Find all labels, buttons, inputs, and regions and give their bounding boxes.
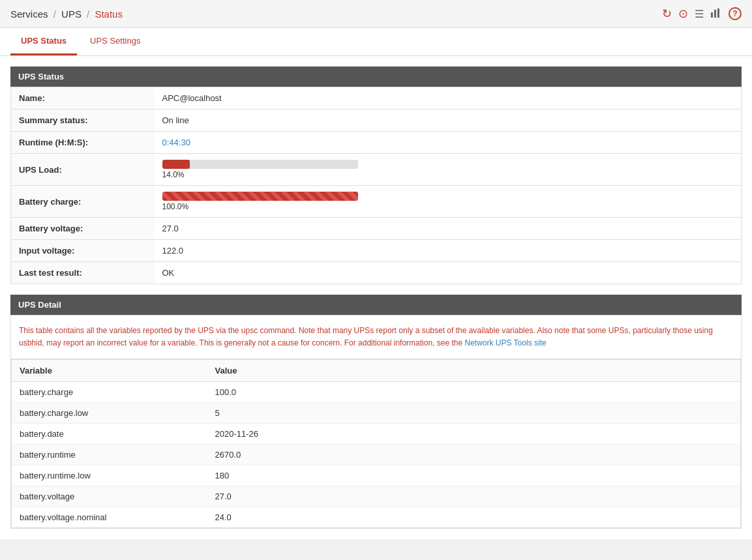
breadcrumb-sep1: / xyxy=(53,8,56,20)
table-row: Battery voltage: 27.0 xyxy=(11,218,742,240)
load-label: 14.0% xyxy=(162,170,358,179)
table-row: Battery charge: 100.0% xyxy=(11,186,742,218)
network-ups-tools-link[interactable]: Network UPS Tools site xyxy=(464,338,546,347)
settings-icon[interactable]: ☰ xyxy=(695,8,704,20)
detail-variable: battery.voltage xyxy=(12,486,207,507)
detail-value: 2670.0 xyxy=(207,445,741,465)
detail-value: 2020-11-26 xyxy=(207,424,741,445)
breadcrumb-ups: UPS xyxy=(61,8,82,20)
table-row: UPS Load: 14.0% xyxy=(11,154,742,186)
svg-rect-0 xyxy=(711,12,713,18)
load-progress: 14.0% xyxy=(162,160,358,179)
value-summary: On line xyxy=(155,110,742,132)
ups-detail-header: UPS Detail xyxy=(10,295,742,315)
detail-value: 100.0 xyxy=(207,382,741,403)
value-runtime: 0:44:30 xyxy=(155,132,742,154)
detail-variable: battery.charge.low xyxy=(12,403,207,424)
label-input-voltage: Input voltage: xyxy=(11,240,155,262)
list-item: battery.voltage27.0 xyxy=(12,486,741,507)
tab-ups-settings[interactable]: UPS Settings xyxy=(80,28,151,55)
table-row: Name: APC@localhost xyxy=(11,87,742,110)
label-load: UPS Load: xyxy=(11,154,155,186)
detail-value: 5 xyxy=(207,403,741,424)
list-item: battery.charge100.0 xyxy=(12,382,741,403)
detail-value: 180 xyxy=(207,465,741,486)
detail-variable: battery.runtime.low xyxy=(12,465,207,486)
breadcrumb-status: Status xyxy=(95,8,123,20)
detail-note: This table contains all the variables re… xyxy=(11,316,741,359)
breadcrumb: Services / UPS / Status xyxy=(10,8,123,20)
label-test-result: Last test result: xyxy=(11,262,155,284)
table-row: Runtime (H:M:S): 0:44:30 xyxy=(11,132,742,154)
breadcrumb-sep2: / xyxy=(87,8,89,20)
svg-rect-1 xyxy=(714,10,716,18)
label-runtime: Runtime (H:M:S): xyxy=(11,132,155,154)
label-summary: Summary status: xyxy=(11,110,155,132)
detail-variable: battery.voltage.nominal xyxy=(12,507,207,528)
table-row: Input voltage: 122.0 xyxy=(11,240,742,262)
label-battery-charge: Battery charge: xyxy=(11,186,155,218)
battery-progress: 100.0% xyxy=(162,192,358,211)
list-item: battery.date2020-11-26 xyxy=(12,424,741,445)
detail-value: 24.0 xyxy=(207,507,741,528)
value-test-result: OK xyxy=(155,262,742,284)
main-content: UPS Status Name: APC@localhost Summary s… xyxy=(0,56,752,539)
value-battery-voltage: 27.0 xyxy=(155,218,742,240)
list-item: battery.runtime.low180 xyxy=(12,465,741,486)
detail-variable: battery.runtime xyxy=(12,445,207,465)
list-item: battery.voltage.nominal24.0 xyxy=(12,507,741,528)
page-header: Services / UPS / Status ↻ ⊙ ☰ ? xyxy=(0,0,752,28)
load-bar-track xyxy=(162,160,358,169)
battery-bar-fill xyxy=(162,192,358,201)
breadcrumb-services: Services xyxy=(10,8,48,20)
detail-table: Variable Value battery.charge100.0batter… xyxy=(11,359,741,528)
value-battery-charge: 100.0% xyxy=(155,186,742,218)
detail-table-header: Variable Value xyxy=(12,360,741,382)
tab-ups-status[interactable]: UPS Status xyxy=(10,28,77,55)
refresh-icon[interactable]: ↻ xyxy=(662,7,672,21)
ups-status-header: UPS Status xyxy=(10,66,742,87)
table-row: Last test result: OK xyxy=(11,262,742,284)
load-bar-fill xyxy=(162,160,190,169)
battery-label: 100.0% xyxy=(162,202,358,211)
col-variable: Variable xyxy=(12,360,207,382)
detail-variable: battery.date xyxy=(12,424,207,445)
col-value: Value xyxy=(207,360,741,382)
label-name: Name: xyxy=(11,87,155,110)
value-name: APC@localhost xyxy=(155,87,742,110)
ups-status-table: Name: APC@localhost Summary status: On l… xyxy=(10,87,742,284)
value-input-voltage: 122.0 xyxy=(155,240,742,262)
value-load: 14.0% xyxy=(155,154,742,186)
tabs-container: UPS Status UPS Settings xyxy=(0,28,752,56)
svg-rect-2 xyxy=(717,8,719,18)
battery-bar-track xyxy=(162,192,358,201)
label-battery-voltage: Battery voltage: xyxy=(11,218,155,240)
table-row: Summary status: On line xyxy=(11,110,742,132)
chart-icon[interactable] xyxy=(710,7,722,20)
help-icon[interactable]: ? xyxy=(729,7,742,20)
list-item: battery.charge.low5 xyxy=(12,403,741,424)
header-icons: ↻ ⊙ ☰ ? xyxy=(662,7,742,21)
stop-icon[interactable]: ⊙ xyxy=(678,7,688,21)
detail-value: 27.0 xyxy=(207,486,741,507)
list-item: battery.runtime2670.0 xyxy=(12,445,741,465)
detail-variable: battery.charge xyxy=(12,382,207,403)
